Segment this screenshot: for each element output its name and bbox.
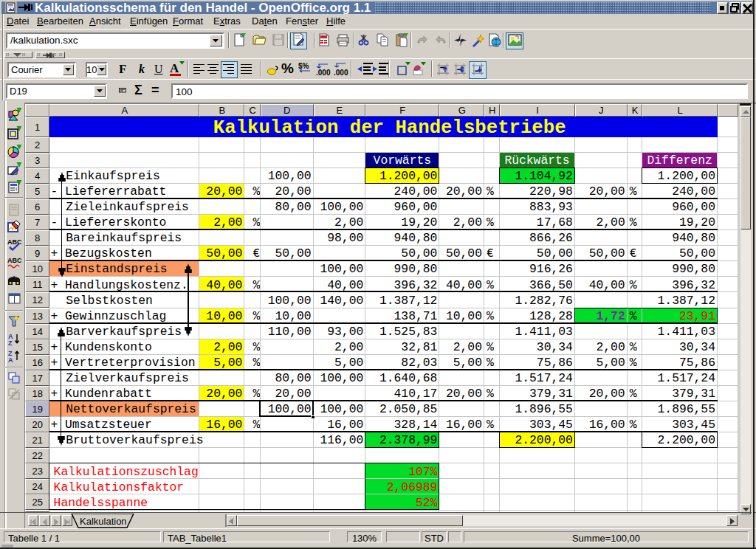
svg-text:A: A bbox=[8, 356, 13, 363]
svg-text:ABC: ABC bbox=[7, 257, 21, 264]
svg-text:Z: Z bbox=[8, 339, 13, 346]
